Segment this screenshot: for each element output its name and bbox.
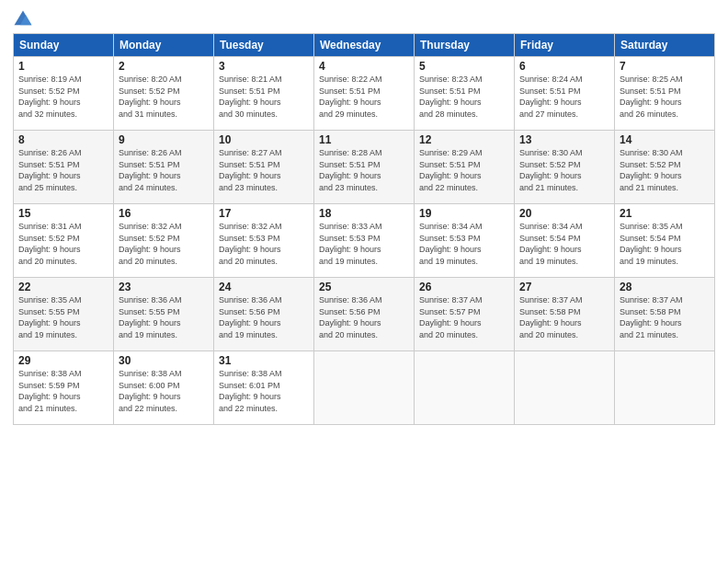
calendar-cell: 4Sunrise: 8:22 AM Sunset: 5:51 PM Daylig… — [314, 57, 415, 131]
calendar-cell: 12Sunrise: 8:29 AM Sunset: 5:51 PM Dayli… — [415, 131, 515, 204]
day-info: Sunrise: 8:36 AM Sunset: 5:55 PM Dayligh… — [119, 294, 209, 340]
calendar-header-row: SundayMondayTuesdayWednesdayThursdayFrid… — [14, 34, 715, 57]
day-number: 9 — [119, 133, 209, 146]
day-info: Sunrise: 8:30 AM Sunset: 5:52 PM Dayligh… — [519, 147, 609, 193]
calendar-header-saturday: Saturday — [615, 34, 715, 57]
calendar-cell: 14Sunrise: 8:30 AM Sunset: 5:52 PM Dayli… — [615, 131, 715, 204]
day-number: 24 — [219, 281, 309, 293]
logo-icon — [13, 9, 33, 29]
calendar-cell: 17Sunrise: 8:32 AM Sunset: 5:53 PM Dayli… — [214, 204, 314, 278]
calendar-header-friday: Friday — [515, 34, 615, 57]
day-info: Sunrise: 8:36 AM Sunset: 5:56 PM Dayligh… — [219, 294, 309, 340]
day-info: Sunrise: 8:38 AM Sunset: 6:00 PM Dayligh… — [119, 368, 209, 414]
day-info: Sunrise: 8:20 AM Sunset: 5:52 PM Dayligh… — [119, 74, 209, 120]
day-number: 31 — [219, 354, 309, 367]
calendar-week-row: 8Sunrise: 8:26 AM Sunset: 5:51 PM Daylig… — [14, 131, 715, 204]
calendar-cell: 31Sunrise: 8:38 AM Sunset: 6:01 PM Dayli… — [214, 351, 314, 425]
day-number: 5 — [419, 60, 509, 73]
day-info: Sunrise: 8:22 AM Sunset: 5:51 PM Dayligh… — [319, 74, 409, 120]
calendar-cell: 7Sunrise: 8:25 AM Sunset: 5:51 PM Daylig… — [615, 57, 715, 131]
day-info: Sunrise: 8:31 AM Sunset: 5:52 PM Dayligh… — [18, 221, 108, 267]
calendar-cell: 22Sunrise: 8:35 AM Sunset: 5:55 PM Dayli… — [14, 278, 114, 351]
day-number: 16 — [119, 207, 209, 220]
day-number: 8 — [18, 133, 108, 146]
day-number: 6 — [519, 60, 609, 73]
day-number: 3 — [219, 60, 309, 73]
logo — [13, 9, 35, 29]
calendar-cell: 23Sunrise: 8:36 AM Sunset: 5:55 PM Dayli… — [114, 278, 214, 351]
day-number: 21 — [620, 207, 710, 220]
day-info: Sunrise: 8:26 AM Sunset: 5:51 PM Dayligh… — [119, 147, 209, 193]
day-info: Sunrise: 8:36 AM Sunset: 5:56 PM Dayligh… — [319, 294, 409, 340]
header — [13, 9, 715, 29]
calendar-cell — [314, 351, 415, 425]
day-number: 2 — [119, 60, 209, 73]
day-number: 25 — [319, 281, 409, 293]
day-number: 27 — [519, 281, 609, 293]
calendar-cell: 15Sunrise: 8:31 AM Sunset: 5:52 PM Dayli… — [14, 204, 114, 278]
calendar-header-thursday: Thursday — [415, 34, 515, 57]
day-info: Sunrise: 8:32 AM Sunset: 5:53 PM Dayligh… — [219, 221, 309, 267]
day-number: 1 — [18, 60, 108, 73]
calendar-week-row: 22Sunrise: 8:35 AM Sunset: 5:55 PM Dayli… — [14, 278, 715, 351]
calendar-header-monday: Monday — [114, 34, 214, 57]
day-number: 23 — [119, 281, 209, 293]
calendar-cell: 28Sunrise: 8:37 AM Sunset: 5:58 PM Dayli… — [615, 278, 715, 351]
calendar-cell — [515, 351, 615, 425]
day-number: 10 — [219, 133, 309, 146]
calendar-cell: 29Sunrise: 8:38 AM Sunset: 5:59 PM Dayli… — [14, 351, 114, 425]
day-number: 13 — [519, 133, 609, 146]
day-number: 17 — [219, 207, 309, 220]
calendar-cell: 1Sunrise: 8:19 AM Sunset: 5:52 PM Daylig… — [14, 57, 114, 131]
day-info: Sunrise: 8:35 AM Sunset: 5:54 PM Dayligh… — [620, 221, 710, 267]
day-number: 30 — [119, 354, 209, 367]
calendar-cell: 25Sunrise: 8:36 AM Sunset: 5:56 PM Dayli… — [314, 278, 415, 351]
calendar-cell: 20Sunrise: 8:34 AM Sunset: 5:54 PM Dayli… — [515, 204, 615, 278]
day-number: 4 — [319, 60, 409, 73]
day-info: Sunrise: 8:30 AM Sunset: 5:52 PM Dayligh… — [620, 147, 710, 193]
day-info: Sunrise: 8:37 AM Sunset: 5:57 PM Dayligh… — [419, 294, 509, 340]
day-info: Sunrise: 8:34 AM Sunset: 5:53 PM Dayligh… — [419, 221, 509, 267]
calendar-cell — [615, 351, 715, 425]
calendar-cell: 30Sunrise: 8:38 AM Sunset: 6:00 PM Dayli… — [114, 351, 214, 425]
day-number: 12 — [419, 133, 509, 146]
day-number: 19 — [419, 207, 509, 220]
calendar-week-row: 1Sunrise: 8:19 AM Sunset: 5:52 PM Daylig… — [14, 57, 715, 131]
day-number: 7 — [620, 60, 710, 73]
calendar-cell: 3Sunrise: 8:21 AM Sunset: 5:51 PM Daylig… — [214, 57, 314, 131]
day-info: Sunrise: 8:21 AM Sunset: 5:51 PM Dayligh… — [219, 74, 309, 120]
calendar-cell: 16Sunrise: 8:32 AM Sunset: 5:52 PM Dayli… — [114, 204, 214, 278]
calendar-cell: 9Sunrise: 8:26 AM Sunset: 5:51 PM Daylig… — [114, 131, 214, 204]
day-info: Sunrise: 8:35 AM Sunset: 5:55 PM Dayligh… — [18, 294, 108, 340]
calendar-cell: 24Sunrise: 8:36 AM Sunset: 5:56 PM Dayli… — [214, 278, 314, 351]
day-info: Sunrise: 8:38 AM Sunset: 5:59 PM Dayligh… — [18, 368, 108, 414]
calendar-table: SundayMondayTuesdayWednesdayThursdayFrid… — [13, 33, 715, 425]
calendar-header-sunday: Sunday — [14, 34, 114, 57]
day-number: 28 — [620, 281, 710, 293]
calendar-week-row: 15Sunrise: 8:31 AM Sunset: 5:52 PM Dayli… — [14, 204, 715, 278]
day-info: Sunrise: 8:27 AM Sunset: 5:51 PM Dayligh… — [219, 147, 309, 193]
day-info: Sunrise: 8:24 AM Sunset: 5:51 PM Dayligh… — [519, 74, 609, 120]
day-number: 15 — [18, 207, 108, 220]
day-info: Sunrise: 8:23 AM Sunset: 5:51 PM Dayligh… — [419, 74, 509, 120]
calendar-cell: 13Sunrise: 8:30 AM Sunset: 5:52 PM Dayli… — [515, 131, 615, 204]
day-number: 22 — [18, 281, 108, 293]
day-info: Sunrise: 8:19 AM Sunset: 5:52 PM Dayligh… — [18, 74, 108, 120]
day-number: 20 — [519, 207, 609, 220]
day-info: Sunrise: 8:26 AM Sunset: 5:51 PM Dayligh… — [18, 147, 108, 193]
calendar-cell: 6Sunrise: 8:24 AM Sunset: 5:51 PM Daylig… — [515, 57, 615, 131]
calendar-cell: 8Sunrise: 8:26 AM Sunset: 5:51 PM Daylig… — [14, 131, 114, 204]
calendar-cell: 10Sunrise: 8:27 AM Sunset: 5:51 PM Dayli… — [214, 131, 314, 204]
day-info: Sunrise: 8:34 AM Sunset: 5:54 PM Dayligh… — [519, 221, 609, 267]
calendar-header-tuesday: Tuesday — [214, 34, 314, 57]
day-info: Sunrise: 8:29 AM Sunset: 5:51 PM Dayligh… — [419, 147, 509, 193]
calendar-cell — [415, 351, 515, 425]
day-number: 11 — [319, 133, 409, 146]
day-info: Sunrise: 8:38 AM Sunset: 6:01 PM Dayligh… — [219, 368, 309, 414]
day-info: Sunrise: 8:28 AM Sunset: 5:51 PM Dayligh… — [319, 147, 409, 193]
day-number: 26 — [419, 281, 509, 293]
calendar-cell: 19Sunrise: 8:34 AM Sunset: 5:53 PM Dayli… — [415, 204, 515, 278]
day-info: Sunrise: 8:32 AM Sunset: 5:52 PM Dayligh… — [119, 221, 209, 267]
day-info: Sunrise: 8:37 AM Sunset: 5:58 PM Dayligh… — [620, 294, 710, 340]
page: SundayMondayTuesdayWednesdayThursdayFrid… — [0, 0, 728, 563]
